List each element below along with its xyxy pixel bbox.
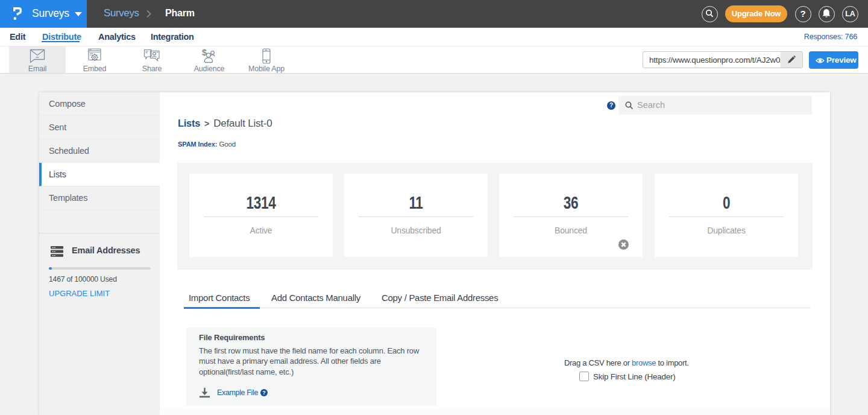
svg-text:$: $: [202, 48, 207, 57]
